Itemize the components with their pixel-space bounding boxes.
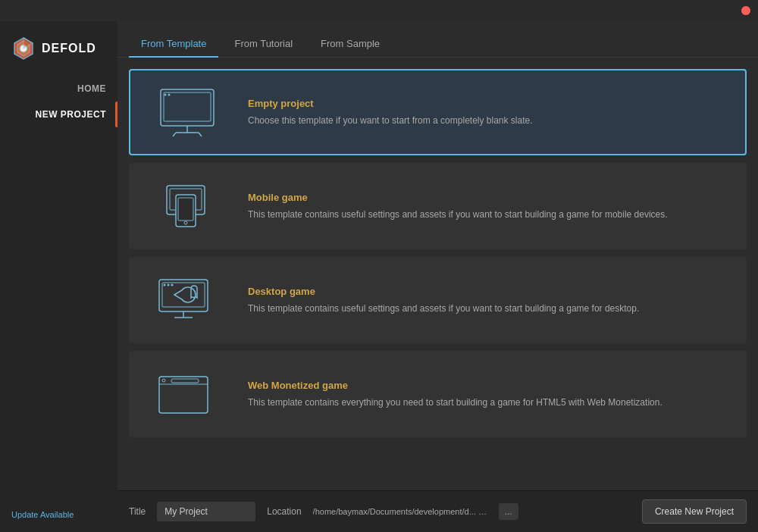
template-mobile-info: Mobile game This template contains usefu… (233, 192, 668, 221)
svg-rect-5 (164, 92, 211, 121)
close-button[interactable] (741, 6, 750, 15)
bottom-bar: Title Location /home/baymax/Documents/de… (117, 490, 758, 532)
location-label: Location (267, 506, 301, 517)
svg-point-11 (168, 94, 171, 96)
template-mobile-icon (142, 176, 233, 236)
tabs-bar: From Template From Tutorial From Sample (117, 21, 758, 58)
template-web-title: Web Monetized game (248, 380, 662, 391)
sidebar-bottom: Update Available (0, 496, 117, 532)
template-web-info: Web Monetized game This template contain… (233, 380, 662, 409)
tab-from-template[interactable]: From Template (129, 30, 218, 57)
template-mobile-title: Mobile game (248, 192, 668, 203)
svg-point-20 (168, 284, 170, 286)
logo-text: DEFOLD (42, 42, 96, 55)
template-desktop[interactable]: Desktop game This template contains usef… (129, 257, 747, 343)
svg-line-8 (173, 133, 176, 136)
template-empty-icon (142, 82, 233, 142)
template-desktop-info: Desktop game This template contains usef… (233, 286, 639, 315)
location-path: /home/baymax/Documents/development/d... … (313, 507, 487, 516)
template-mobile[interactable]: Mobile game This template contains usefu… (129, 163, 747, 249)
svg-rect-26 (171, 379, 199, 383)
template-list: Empty project Choose this template if yo… (117, 58, 758, 490)
tab-from-sample[interactable]: From Sample (309, 30, 392, 57)
title-input[interactable] (157, 502, 255, 521)
template-empty-desc: Choose this template if you want to star… (248, 114, 533, 127)
template-desktop-icon (142, 270, 233, 330)
svg-rect-14 (176, 195, 196, 227)
main-content: From Template From Tutorial From Sample (117, 21, 758, 532)
create-new-project-button[interactable]: Create New Project (642, 499, 747, 524)
template-web-desc: This template contains everything you ne… (248, 396, 662, 409)
location-browse-button[interactable]: ... (499, 503, 518, 520)
svg-rect-24 (159, 377, 208, 413)
svg-point-10 (164, 94, 167, 96)
sidebar-item-home[interactable]: HOME (0, 76, 117, 102)
template-empty-info: Empty project Choose this template if yo… (233, 98, 533, 127)
update-available-link[interactable]: Update Available (11, 510, 74, 519)
template-empty-title: Empty project (248, 98, 533, 109)
logo: DEFOLD (0, 29, 117, 76)
svg-point-19 (164, 284, 166, 286)
title-label: Title (129, 506, 146, 517)
template-mobile-desc: This template contains useful settings a… (248, 208, 668, 221)
tab-from-tutorial[interactable]: From Tutorial (222, 30, 305, 57)
titlebar (0, 0, 758, 21)
sidebar-nav: HOME NEW PROJECT (0, 76, 117, 496)
app-container: DEFOLD HOME NEW PROJECT Update Available… (0, 21, 758, 532)
template-empty[interactable]: Empty project Choose this template if yo… (129, 69, 747, 155)
sidebar: DEFOLD HOME NEW PROJECT Update Available (0, 21, 117, 532)
svg-rect-18 (162, 283, 205, 307)
svg-point-21 (171, 284, 174, 286)
svg-line-9 (199, 133, 202, 136)
template-desktop-desc: This template contains useful settings a… (248, 302, 639, 315)
template-web-icon (142, 364, 233, 424)
svg-point-27 (162, 379, 165, 382)
template-desktop-title: Desktop game (248, 286, 639, 297)
template-web[interactable]: Web Monetized game This template contain… (129, 351, 747, 437)
defold-logo-icon (11, 36, 36, 61)
sidebar-item-new-project[interactable]: NEW PROJECT (0, 102, 117, 127)
